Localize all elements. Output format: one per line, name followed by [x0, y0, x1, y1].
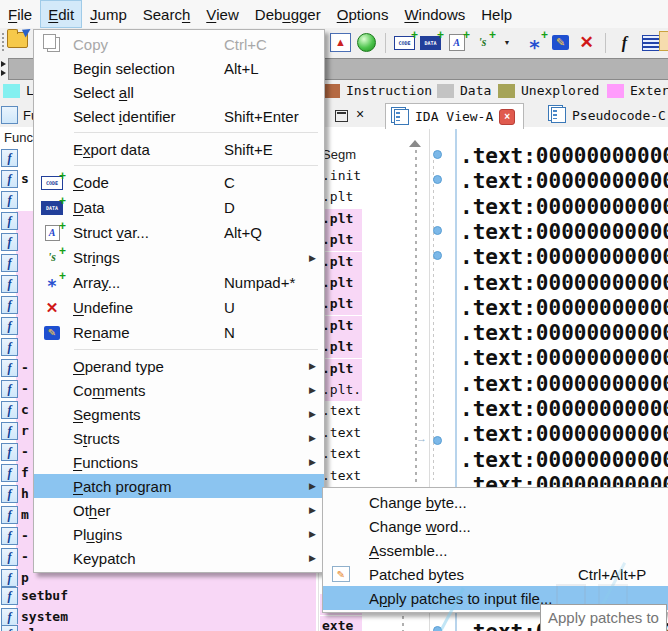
toolbar-partial-icon[interactable]: [659, 31, 668, 51]
function-icon: f: [1, 625, 18, 631]
disasm-line[interactable]: .text:00000000000: [460, 245, 668, 269]
function-row-alarm[interactable]: falarm: [0, 624, 318, 631]
menubar-item-help[interactable]: Help: [473, 0, 520, 28]
tab-pseudocode-c[interactable]: Pseudocode-C: [543, 103, 668, 127]
edit-menu-item-segments[interactable]: Segments▶: [34, 402, 324, 426]
flow-dot-icon: [433, 150, 442, 159]
segment-row[interactable]: .plt: [320, 316, 362, 337]
patch-submenu-item-change-byte[interactable]: Change byte...: [323, 490, 668, 514]
float-panel-button[interactable]: [335, 110, 348, 122]
flow-gutter-line: [433, 160, 434, 480]
edit-menu-item-other[interactable]: Other▶: [34, 498, 324, 522]
disasm-line[interactable]: .text:00000000000: [460, 321, 668, 345]
segment-row[interactable]: .plt: [320, 337, 362, 358]
patch-submenu-item-patched-bytes[interactable]: ✎Patched bytesCtrl+Alt+P: [323, 562, 668, 586]
edit-icon[interactable]: ✎: [550, 32, 571, 54]
edit-menu-item-plugins[interactable]: Plugins▶: [34, 522, 324, 546]
disasm-line[interactable]: .text:00000000000: [460, 422, 668, 446]
segment-row[interactable]: .text: [320, 444, 362, 465]
segment-row[interactable]: .text: [320, 466, 362, 487]
edit-menu-item-struct-var[interactable]: A+Struct var...Alt+Q: [34, 220, 324, 245]
disasm-line[interactable]: .text:00000000000: [460, 346, 668, 370]
disasm-line[interactable]: .text:00000000000: [460, 271, 668, 295]
edit-menu-item-structs[interactable]: Structs▶: [34, 426, 324, 450]
edit-menu-item-operand-type[interactable]: Operand type▶: [34, 354, 324, 378]
edit-menu-item-comments[interactable]: Comments▶: [34, 378, 324, 402]
disasm-line[interactable]: .text:00000000000: [460, 169, 668, 193]
segment-row[interactable]: .plt: [320, 294, 362, 315]
flow-dot-icon: [433, 175, 442, 184]
menu-separator: [74, 132, 318, 133]
close-panel-button[interactable]: ×: [356, 106, 364, 122]
toolbar-cluster: ▲CODE+DATA+A+'s+▼*+✎✕ff: [330, 29, 668, 56]
menubar-item-windows[interactable]: Windows: [396, 0, 473, 28]
document-icon: [551, 107, 566, 123]
function-icon: f: [1, 212, 18, 230]
segment-row[interactable]: .plt.: [320, 380, 362, 401]
tab-ida-view-a[interactable]: IDA View-A×: [385, 103, 524, 129]
segment-row[interactable]: .plt: [320, 273, 362, 294]
function-icon: f: [1, 149, 18, 167]
disasm-line[interactable]: .text:00000000000: [460, 296, 668, 320]
patch-submenu-item-assemble[interactable]: Assemble...: [323, 538, 668, 562]
segment-row[interactable]: .plt: [320, 359, 362, 380]
scroll-up-arrow-icon[interactable]: [409, 140, 421, 147]
edit-menu-item-strings[interactable]: 's+Strings▶: [34, 245, 324, 270]
segments-column-header[interactable]: Segm: [322, 147, 356, 162]
edit-menu-item-select-identifier[interactable]: Select identifierShift+Enter: [34, 104, 324, 128]
close-tab-icon[interactable]: ×: [499, 109, 515, 125]
rename-icon: ✎: [41, 323, 63, 343]
undefine-icon[interactable]: ✕: [576, 32, 597, 54]
segment-row[interactable]: .plt: [320, 187, 362, 208]
disasm-line[interactable]: .text:00000000000: [460, 448, 668, 472]
make-string-icon[interactable]: 's+: [472, 32, 493, 54]
edit-menu-item-undefine[interactable]: ✕UndefineU: [34, 295, 324, 320]
disasm-line[interactable]: .text:00000000000: [460, 220, 668, 244]
dropdown-icon[interactable]: ▼: [498, 32, 519, 54]
patch-submenu-item-change-word[interactable]: Change word...: [323, 514, 668, 538]
func-icon[interactable]: f: [614, 32, 635, 54]
make-struct-icon[interactable]: A+: [446, 32, 467, 54]
segment-row-extern[interactable]: exte: [320, 616, 362, 631]
segment-row[interactable]: .text: [320, 423, 362, 444]
edit-menu-item-rename[interactable]: ✎RenameN: [34, 320, 324, 345]
edit-menu-item-data[interactable]: DATA+DataD: [34, 195, 324, 220]
function-row-setbuf[interactable]: fsetbuf: [0, 586, 318, 607]
menu-bar: FileEditJumpSearchViewDebuggerOptionsWin…: [0, 0, 668, 28]
edit-menu-item-array[interactable]: *+Array...Numpad+*: [34, 270, 324, 295]
edit-menu-item-export-data[interactable]: Export dataShift+E: [34, 137, 324, 161]
make-data-icon[interactable]: DATA+: [420, 32, 441, 54]
menubar-item-edit[interactable]: Edit: [40, 0, 82, 28]
menubar-item-jump[interactable]: Jump: [82, 0, 135, 28]
segment-row[interactable]: .text: [320, 401, 362, 422]
disasm-line[interactable]: .text:00000000000: [460, 144, 668, 168]
menubar-item-search[interactable]: Search: [135, 0, 199, 28]
edit-menu-item-select-all[interactable]: Select all: [34, 80, 324, 104]
menubar-item-file[interactable]: File: [0, 0, 40, 28]
toolbar-drag-handle[interactable]: [2, 33, 4, 51]
segment-row[interactable]: .init: [320, 166, 362, 187]
problems-icon[interactable]: ▲: [330, 32, 351, 54]
menubar-item-view[interactable]: View: [198, 0, 247, 28]
menubar-item-debugger[interactable]: Debugger: [247, 0, 329, 28]
segment-row[interactable]: .plt: [320, 230, 362, 251]
edit-menu-item-begin-selection[interactable]: Begin selectionAlt+L: [34, 56, 324, 80]
functions-column-header[interactable]: Func: [4, 130, 33, 145]
make-array-icon[interactable]: *+: [524, 32, 545, 54]
edit-menu-item-code[interactable]: CODE+CodeC: [34, 170, 324, 195]
open-file-icon[interactable]: [7, 32, 28, 48]
make-code-icon[interactable]: CODE+: [394, 32, 415, 54]
edit-menu-item-functions[interactable]: Functions▶: [34, 450, 324, 474]
edit-menu-item-keypatch[interactable]: Keypatch▶: [34, 546, 324, 570]
segment-row[interactable]: .plt: [320, 209, 362, 230]
structs-icon[interactable]: [640, 32, 661, 54]
run-icon[interactable]: [356, 32, 377, 54]
disasm-line[interactable]: .text:00000000000: [460, 397, 668, 421]
edit-menu-item-patch-program[interactable]: Patch program▶: [34, 474, 324, 498]
segment-row[interactable]: .plt: [320, 252, 362, 273]
navband-arrow-icon: [1, 70, 6, 76]
disasm-line[interactable]: .text:00000000000: [460, 195, 668, 219]
menubar-item-options[interactable]: Options: [329, 0, 397, 28]
edit-menu-item-copy[interactable]: CopyCtrl+C: [34, 32, 324, 56]
disasm-line[interactable]: .text:00000000000: [460, 372, 668, 396]
